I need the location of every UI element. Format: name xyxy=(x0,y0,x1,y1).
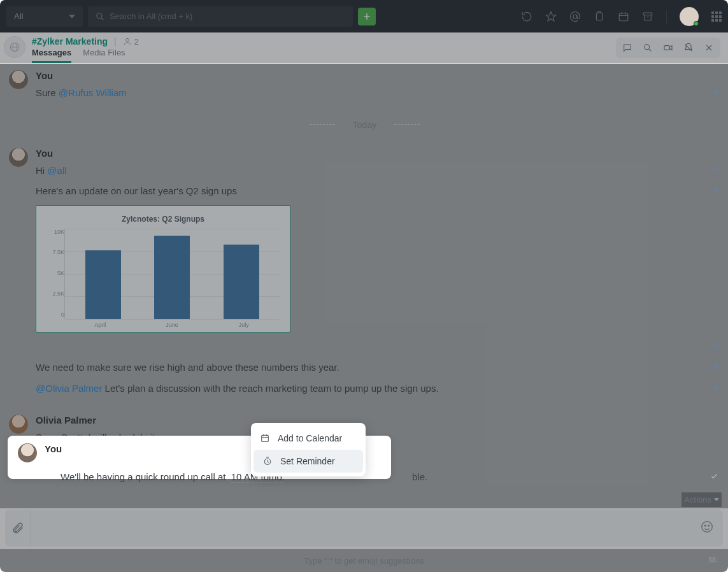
apps-grid-icon[interactable] xyxy=(711,11,722,22)
chevron-down-icon xyxy=(69,15,75,18)
message-author: Olivia Palmer xyxy=(36,415,720,425)
star-icon[interactable] xyxy=(545,11,557,22)
chart-bar xyxy=(154,236,190,319)
svg-point-33 xyxy=(708,525,710,526)
svg-rect-24 xyxy=(262,435,269,441)
message-author: You xyxy=(36,70,720,81)
archive-icon[interactable] xyxy=(642,11,653,22)
chart-plot xyxy=(64,229,280,319)
menu-set-reminder[interactable]: Set Reminder xyxy=(253,450,363,473)
read-receipt-icon xyxy=(710,164,720,178)
svg-rect-7 xyxy=(619,13,628,20)
user-avatar[interactable] xyxy=(680,7,699,26)
search-input[interactable] xyxy=(110,11,345,21)
message-author: You xyxy=(36,148,720,159)
text: We need to make sure we rise high and ab… xyxy=(36,361,710,375)
attach-button[interactable] xyxy=(5,510,31,547)
mention-icon[interactable] xyxy=(569,11,581,22)
svg-line-1 xyxy=(101,17,104,20)
svg-rect-6 xyxy=(597,13,603,20)
date-separator: Today xyxy=(9,120,720,130)
channel-header: #Zylker Marketing | 2 Messages Media Fil… xyxy=(0,32,728,64)
datetime-context-menu: Add to Calendar Set Reminder xyxy=(251,423,366,476)
topbar-icons xyxy=(521,7,722,26)
chart-title: Zylcnotes: Q2 Signups xyxy=(46,215,280,224)
calendar-icon xyxy=(260,433,270,443)
search-input-wrap[interactable] xyxy=(88,6,353,27)
avatar[interactable] xyxy=(18,443,37,462)
menu-label: Set Reminder xyxy=(280,456,335,466)
text: We'll be having a quick round up call at xyxy=(61,471,231,482)
message: You Sure @Rufus William xyxy=(9,70,720,107)
add-button[interactable] xyxy=(358,8,376,25)
paperclip-icon xyxy=(11,521,24,535)
svg-rect-11 xyxy=(643,13,652,15)
history-icon[interactable] xyxy=(521,11,532,22)
text: Let's plan a discussion with the reach m… xyxy=(102,383,438,394)
svg-marker-4 xyxy=(546,11,556,20)
read-receipt-icon xyxy=(710,184,720,199)
mention[interactable]: @Rufus William xyxy=(59,87,127,98)
reminder-icon xyxy=(262,456,273,466)
presence-dot xyxy=(694,21,699,26)
avatar[interactable] xyxy=(9,415,28,434)
chart-attachment[interactable]: Zylcnotes: Q2 Signups 10K 7.5K 5K 2.5K 0 xyxy=(36,205,290,332)
chart-bar xyxy=(224,245,259,318)
chevron-down-icon xyxy=(714,498,719,501)
mention[interactable]: @all xyxy=(47,165,66,176)
read-receipt-icon xyxy=(710,382,720,396)
emoji-button[interactable] xyxy=(700,520,714,536)
date-label: Today xyxy=(353,120,376,130)
message-composer[interactable] xyxy=(5,510,723,547)
chart-y-axis: 10K 7.5K 5K 2.5K 0 xyxy=(46,229,64,319)
footer-hint: Type ":" to get emoji suggestions xyxy=(0,556,728,566)
read-receipt-icon xyxy=(710,340,720,355)
text: Here's an update on our last year's Q2 s… xyxy=(36,184,710,199)
actions-toggle[interactable]: Actions xyxy=(684,495,719,504)
avatar[interactable] xyxy=(9,70,28,89)
plus-icon xyxy=(362,12,371,21)
mention[interactable]: @Olivia Palmer xyxy=(36,383,102,394)
chart-x-axis: April June July xyxy=(46,319,280,328)
markdown-icon[interactable]: M↓ xyxy=(709,555,718,564)
message-author: You xyxy=(45,443,427,454)
svg-point-31 xyxy=(702,522,713,533)
read-receipt-icon xyxy=(710,86,720,101)
actions-label: Actions xyxy=(684,495,711,504)
scope-label: All xyxy=(14,11,23,21)
top-bar: All xyxy=(0,0,728,32)
message: You Hi @all Here's an update on our last… xyxy=(9,148,720,403)
avatar[interactable] xyxy=(9,148,28,167)
chart-bar xyxy=(85,250,121,319)
text: Sure xyxy=(36,87,59,98)
smile-icon xyxy=(700,520,714,534)
menu-add-to-calendar[interactable]: Add to Calendar xyxy=(251,427,366,450)
divider xyxy=(666,10,667,23)
svg-point-32 xyxy=(704,525,706,526)
svg-point-5 xyxy=(573,15,577,18)
search-icon xyxy=(96,12,104,21)
svg-line-30 xyxy=(268,462,269,462)
sent-receipt-icon xyxy=(710,471,719,483)
scope-select[interactable]: All xyxy=(6,6,83,27)
menu-label: Add to Calendar xyxy=(278,433,342,443)
clipboard-icon[interactable] xyxy=(594,11,605,22)
calendar-icon[interactable] xyxy=(618,11,629,22)
text: Hi xyxy=(36,165,47,176)
svg-point-0 xyxy=(97,13,102,18)
read-receipt-icon xyxy=(710,361,720,375)
